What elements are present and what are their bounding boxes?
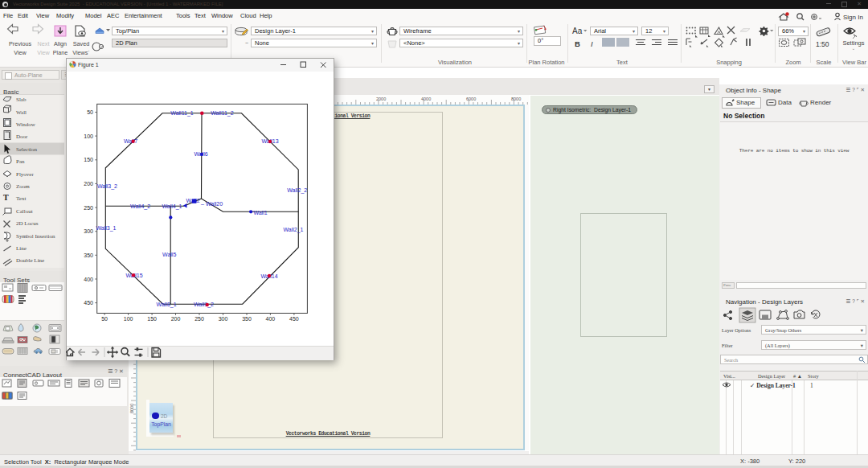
svg-text:250: 250: [84, 205, 93, 211]
svg-text:Pan: Pan: [16, 158, 25, 165]
svg-text:200: 200: [84, 181, 93, 187]
svg-text:450: 450: [84, 300, 93, 306]
svg-text:Double Line: Double Line: [16, 257, 44, 264]
svg-text:Symbol Insertion: Symbol Insertion: [16, 233, 55, 240]
svg-text:Wall2_2: Wall2_2: [287, 187, 307, 194]
svg-text:350: 350: [84, 252, 93, 258]
svg-text:Wall7: Wall7: [124, 138, 137, 144]
svg-text:Wall11_2: Wall11_2: [211, 110, 234, 117]
svg-text:Selection: Selection: [16, 146, 38, 153]
svg-text:400: 400: [266, 316, 276, 322]
svg-text:300: 300: [84, 228, 93, 234]
svg-text:450: 450: [289, 316, 299, 322]
svg-text:~: ~: [245, 28, 248, 34]
svg-text:Wall3_1: Wall3_1: [96, 225, 116, 232]
svg-text:~: ~: [245, 40, 248, 46]
svg-text:Slab: Slab: [16, 96, 27, 103]
svg-text:I: I: [591, 39, 593, 48]
svg-text:50: 50: [87, 109, 93, 115]
svg-text:Wall5: Wall5: [162, 252, 176, 257]
svg-text:Wall1: Wall1: [253, 210, 267, 216]
svg-text:Text: Text: [16, 195, 26, 202]
svg-text:Callout: Callout: [16, 208, 33, 215]
svg-text:– Wall20: – Wall20: [201, 201, 223, 207]
svg-text:Wall4_1: Wall4_1: [162, 203, 182, 210]
svg-text:8000: 8000: [511, 96, 521, 101]
svg-text:6000: 6000: [466, 96, 476, 101]
svg-text:2000: 2000: [376, 96, 386, 101]
svg-text:Zoom: Zoom: [16, 183, 30, 190]
svg-text:50: 50: [101, 316, 108, 322]
svg-text:400: 400: [84, 277, 93, 282]
svg-text:Aa: Aa: [572, 27, 583, 35]
svg-text:Wall11_1: Wall11_1: [170, 110, 194, 117]
svg-text:150: 150: [147, 316, 157, 322]
svg-text:B: B: [575, 39, 580, 48]
svg-text:1:50: 1:50: [816, 40, 829, 48]
svg-text:Flyover: Flyover: [16, 171, 34, 178]
svg-text:Wall8_1: Wall8_1: [157, 302, 177, 308]
svg-text:300: 300: [219, 316, 228, 322]
svg-text:2D Locus: 2D Locus: [16, 220, 39, 227]
svg-text:T: T: [3, 193, 9, 202]
svg-text:250: 250: [194, 316, 204, 322]
svg-text:8000: 8000: [129, 404, 134, 413]
svg-text:Wall2_1: Wall2_1: [283, 227, 303, 233]
svg-text:350: 350: [242, 316, 252, 322]
svg-text:100: 100: [124, 316, 133, 322]
svg-text:Wall4_2: Wall4_2: [130, 203, 150, 210]
svg-text:Window: Window: [16, 121, 36, 128]
svg-text:Door: Door: [16, 133, 28, 140]
svg-text:Wall3_2: Wall3_2: [97, 183, 117, 190]
svg-text:200: 200: [171, 316, 181, 322]
svg-text:Wall9_2: Wall9_2: [194, 302, 214, 308]
svg-text:100: 100: [84, 133, 93, 139]
svg-text:Line: Line: [16, 245, 27, 252]
svg-text:Wall: Wall: [16, 109, 27, 116]
svg-text:Sign In: Sign In: [843, 14, 863, 21]
svg-text:Figure 1: Figure 1: [78, 62, 99, 68]
svg-text:150: 150: [84, 157, 93, 162]
svg-text:4000: 4000: [421, 96, 431, 101]
